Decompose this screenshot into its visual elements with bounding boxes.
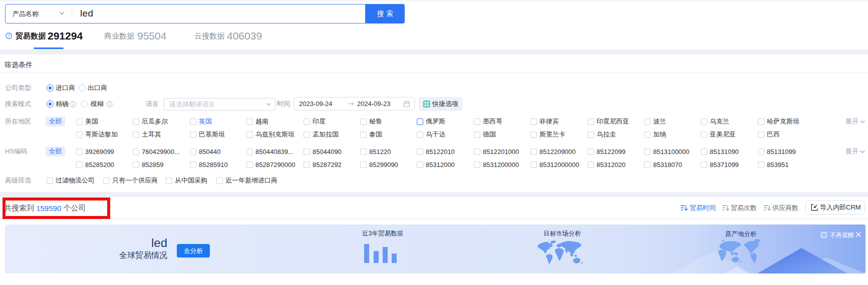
- svg-text:?: ?: [8, 33, 10, 38]
